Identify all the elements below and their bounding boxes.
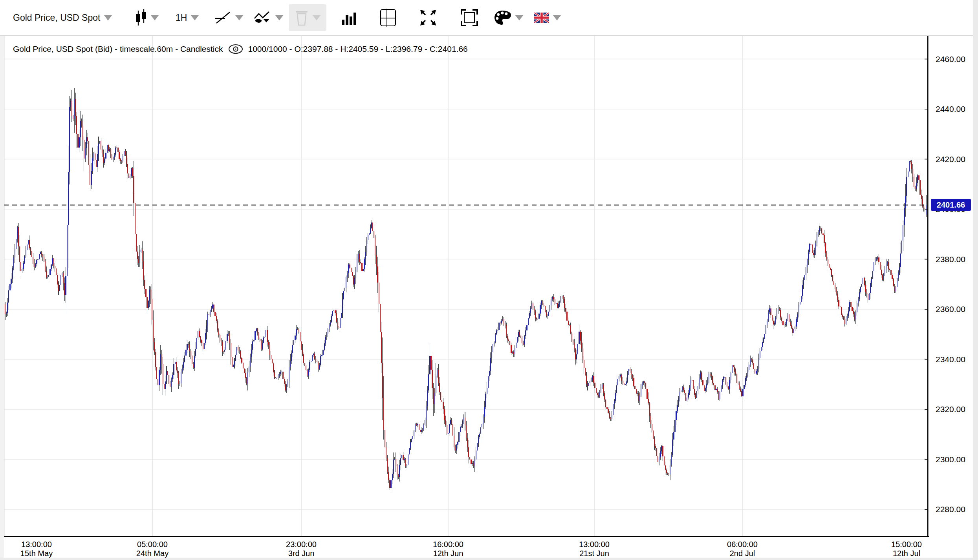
drawing-tool-button[interactable]: [214, 0, 243, 35]
candle-body: [408, 454, 408, 465]
candle-body: [480, 427, 481, 434]
candle-body: [6, 313, 7, 314]
candle-body: [899, 267, 900, 272]
candle-body: [12, 268, 13, 279]
candle-body: [526, 325, 527, 330]
candle-body: [371, 223, 372, 228]
candle-body: [195, 349, 196, 356]
candle-body: [466, 425, 467, 438]
fullscreen-button[interactable]: [460, 0, 478, 35]
candle-body: [380, 304, 381, 332]
candle-body: [682, 387, 683, 390]
candle-body: [745, 378, 746, 385]
x-axis-label: 13:00:0015th May: [1, 540, 72, 558]
symbol-selector[interactable]: Gold Price, USD Spot: [13, 0, 112, 35]
candle-body: [501, 321, 502, 323]
candle-body: [110, 149, 111, 157]
candle-body: [616, 385, 617, 393]
candle-body: [525, 330, 526, 336]
candle-body: [19, 246, 20, 262]
candle-body: [874, 262, 874, 271]
candle-body: [457, 442, 458, 445]
candle-body: [326, 334, 327, 337]
candle-body: [220, 335, 220, 340]
candle-body: [448, 433, 449, 434]
candle-body: [820, 228, 821, 228]
chart-legend: Gold Price, USD Spot (Bid) - timescale.6…: [13, 44, 468, 54]
crosshair-toggle-button[interactable]: [379, 0, 397, 35]
candle-body: [168, 375, 169, 383]
candle-body: [637, 393, 638, 394]
candle-body: [175, 362, 176, 364]
candlestick-chart[interactable]: [0, 35, 978, 560]
candle-body: [71, 101, 72, 116]
candle-body: [654, 439, 655, 446]
candle-body: [165, 381, 166, 389]
candle-body: [485, 394, 486, 407]
candle-body: [348, 264, 349, 273]
candle-body: [153, 320, 154, 342]
candle-body: [108, 145, 109, 151]
eye-icon[interactable]: [228, 44, 243, 54]
candle-body: [258, 333, 259, 339]
candle-body: [685, 393, 686, 401]
candle-body: [722, 380, 723, 385]
candle-body: [204, 343, 205, 349]
candle-body: [315, 359, 316, 361]
delete-drawings-button[interactable]: [289, 4, 326, 31]
candle-body: [144, 280, 145, 289]
candle-body: [571, 334, 572, 341]
trendline-icon: [214, 10, 231, 26]
candle-body: [412, 436, 413, 439]
candle-body: [564, 299, 565, 308]
candle-body: [284, 379, 285, 383]
candle-body: [69, 107, 70, 172]
candle-body: [547, 316, 548, 316]
candle-body: [593, 376, 594, 383]
candle-body: [706, 384, 707, 388]
candle-body: [273, 363, 274, 372]
candle-body: [454, 436, 454, 447]
candle-wick: [562, 296, 562, 299]
candle-body: [716, 389, 716, 390]
candle-body: [469, 457, 470, 460]
candle-body: [802, 285, 803, 296]
candle-body: [214, 312, 215, 316]
candle-body: [803, 280, 804, 285]
candle-body: [755, 369, 755, 374]
candle-body: [130, 176, 130, 177]
candle-body: [416, 424, 417, 425]
candle-body: [225, 341, 226, 350]
candle-body: [206, 326, 207, 333]
candle-body: [832, 275, 833, 281]
theme-palette-button[interactable]: [494, 0, 523, 35]
chart-type-button[interactable]: [135, 0, 159, 35]
candle-body: [267, 330, 267, 342]
candle-body: [836, 289, 837, 294]
timeframe-selector[interactable]: 1H: [176, 0, 199, 35]
language-selector[interactable]: [534, 0, 561, 35]
candle-body: [513, 352, 514, 354]
volume-toggle-button[interactable]: [341, 0, 357, 35]
candle-body: [27, 244, 27, 250]
candle-body: [522, 338, 522, 343]
chart-plot-area[interactable]: [0, 35, 978, 560]
candle-body: [428, 374, 429, 390]
candle-body: [88, 141, 89, 165]
candle-body: [490, 358, 491, 370]
indicators-button[interactable]: [253, 0, 283, 35]
candle-body: [260, 339, 260, 340]
candle-body: [355, 270, 356, 279]
candle-body: [721, 385, 722, 392]
candle-body: [441, 400, 442, 402]
candle-body: [624, 383, 625, 385]
candle-body: [483, 417, 484, 424]
y-axis-line: [927, 36, 929, 537]
candle-body: [117, 148, 118, 152]
candle-body: [701, 372, 702, 380]
candle-wick: [840, 303, 840, 308]
expand-button[interactable]: [419, 0, 437, 35]
candle-wick: [548, 314, 548, 319]
palette-icon: [494, 10, 511, 25]
candle-body: [360, 262, 361, 263]
